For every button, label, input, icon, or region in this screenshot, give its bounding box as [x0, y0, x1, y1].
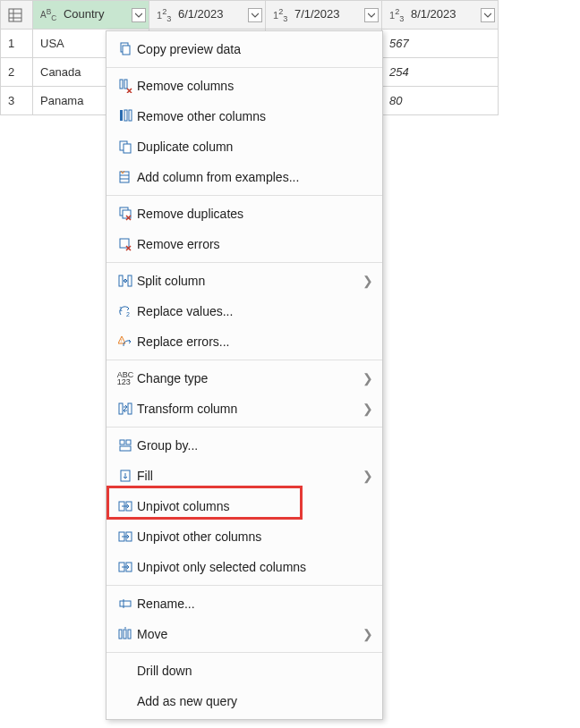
- svg-rect-24: [119, 403, 123, 414]
- svg-text:2: 2: [126, 311, 130, 317]
- fill-icon: [114, 469, 137, 483]
- menu-separator: [107, 585, 382, 586]
- column-filter-dropdown[interactable]: [248, 8, 262, 22]
- menu-copy-preview[interactable]: Copy preview data: [107, 34, 382, 64]
- remove-duplicates-icon: [114, 207, 137, 221]
- column-label: Country: [64, 7, 105, 21]
- menu-add-new-query[interactable]: Add as new query: [107, 686, 382, 716]
- menu-unpivot-columns[interactable]: Unpivot columns: [107, 491, 382, 521]
- change-type-icon: ABC123: [114, 371, 137, 385]
- menu-label: Transform column: [137, 402, 362, 416]
- menu-label: Fill: [137, 469, 362, 483]
- menu-label: Unpivot columns: [137, 499, 373, 513]
- menu-label: Move: [137, 627, 362, 641]
- menu-split-column[interactable]: Split column ❯: [107, 266, 382, 296]
- context-menu: Copy preview data Remove columns Remove …: [106, 30, 383, 720]
- menu-unpivot-selected[interactable]: Unpivot only selected columns: [107, 552, 382, 582]
- menu-unpivot-other[interactable]: Unpivot other columns: [107, 521, 382, 552]
- svg-rect-26: [120, 440, 124, 444]
- svg-rect-13: [120, 172, 129, 182]
- menu-remove-other-columns[interactable]: Remove other columns: [107, 101, 382, 131]
- remove-errors-icon: [114, 237, 137, 251]
- menu-label: Add as new query: [137, 694, 373, 708]
- menu-drill-down[interactable]: Drill down: [107, 656, 382, 686]
- menu-separator: [107, 67, 382, 68]
- svg-rect-7: [124, 80, 127, 89]
- group-by-icon: [114, 438, 137, 453]
- svg-rect-10: [129, 110, 132, 121]
- column-label: 7/1/2023: [294, 7, 340, 21]
- menu-remove-duplicates[interactable]: Remove duplicates: [107, 199, 382, 229]
- row-number-header[interactable]: [1, 1, 33, 30]
- column-header-d1[interactable]: 123 6/1/2023: [149, 1, 266, 30]
- svg-rect-20: [128, 275, 132, 286]
- menu-label: Add column from examples...: [137, 170, 373, 184]
- chevron-right-icon: ❯: [362, 402, 373, 416]
- menu-label: Replace values...: [137, 304, 373, 318]
- svg-rect-0: [9, 9, 21, 21]
- move-icon: [114, 627, 137, 641]
- column-header-d2[interactable]: 123 7/1/2023: [266, 1, 382, 30]
- replace-errors-icon: !: [114, 334, 137, 349]
- split-icon: [114, 274, 137, 288]
- menu-group-by[interactable]: Group by...: [107, 430, 382, 461]
- menu-separator: [107, 262, 382, 263]
- column-filter-dropdown[interactable]: [364, 8, 379, 22]
- menu-move[interactable]: Move ❯: [107, 619, 382, 649]
- svg-rect-6: [120, 80, 123, 89]
- row-number[interactable]: 1: [1, 30, 33, 58]
- svg-rect-28: [120, 446, 131, 451]
- column-header-d3[interactable]: 123 8/1/2023: [382, 1, 499, 30]
- menu-transform-column[interactable]: Transform column ❯: [107, 394, 382, 424]
- add-column-icon: [114, 170, 137, 184]
- menu-remove-columns[interactable]: Remove columns: [107, 71, 382, 101]
- cell-value[interactable]: 80: [382, 87, 499, 115]
- column-header-country[interactable]: ABC Country: [33, 1, 149, 30]
- menu-label: Remove columns: [137, 79, 373, 93]
- menu-separator: [107, 360, 382, 360]
- duplicate-icon: [114, 140, 137, 154]
- row-number[interactable]: 2: [1, 58, 33, 87]
- number-type-icon: 123: [273, 7, 287, 23]
- menu-rename[interactable]: Rename...: [107, 588, 382, 619]
- svg-rect-12: [124, 144, 131, 153]
- svg-rect-39: [124, 630, 126, 639]
- remove-columns-icon: [114, 79, 137, 93]
- menu-replace-errors[interactable]: ! Replace errors...: [107, 326, 382, 357]
- cell-value[interactable]: 254: [382, 58, 499, 87]
- menu-replace-values[interactable]: 12 Replace values...: [107, 296, 382, 326]
- column-label: 6/1/2023: [178, 7, 224, 21]
- unpivot-other-icon: [114, 529, 137, 544]
- menu-label: Remove other columns: [137, 109, 373, 123]
- svg-text:!: !: [121, 338, 123, 343]
- menu-label: Copy preview data: [137, 42, 373, 56]
- menu-label: Group by...: [137, 438, 373, 453]
- menu-label: Change type: [137, 371, 362, 385]
- menu-add-from-examples[interactable]: Add column from examples...: [107, 162, 382, 192]
- menu-label: Remove duplicates: [137, 207, 373, 221]
- rename-icon: [114, 597, 137, 611]
- text-type-icon: ABC: [40, 7, 56, 22]
- svg-rect-40: [128, 630, 131, 639]
- replace-values-icon: 12: [114, 304, 137, 318]
- svg-rect-5: [123, 46, 130, 55]
- number-type-icon: 123: [157, 7, 171, 23]
- menu-label: Unpivot other columns: [137, 529, 373, 544]
- transform-icon: [114, 402, 137, 416]
- copy-icon: [114, 42, 137, 56]
- menu-separator: [107, 427, 382, 427]
- row-number[interactable]: 3: [1, 87, 33, 115]
- table-icon: [8, 8, 22, 22]
- menu-fill[interactable]: Fill ❯: [107, 461, 382, 491]
- svg-rect-19: [119, 275, 123, 286]
- menu-separator: [107, 195, 382, 196]
- svg-rect-9: [124, 110, 127, 121]
- chevron-right-icon: ❯: [362, 274, 373, 288]
- menu-remove-errors[interactable]: Remove errors: [107, 229, 382, 259]
- menu-duplicate-column[interactable]: Duplicate column: [107, 131, 382, 162]
- menu-change-type[interactable]: ABC123 Change type ❯: [107, 363, 382, 394]
- column-filter-dropdown[interactable]: [132, 8, 146, 22]
- column-filter-dropdown[interactable]: [481, 8, 495, 22]
- svg-rect-8: [120, 110, 123, 121]
- cell-value[interactable]: 567: [382, 30, 499, 58]
